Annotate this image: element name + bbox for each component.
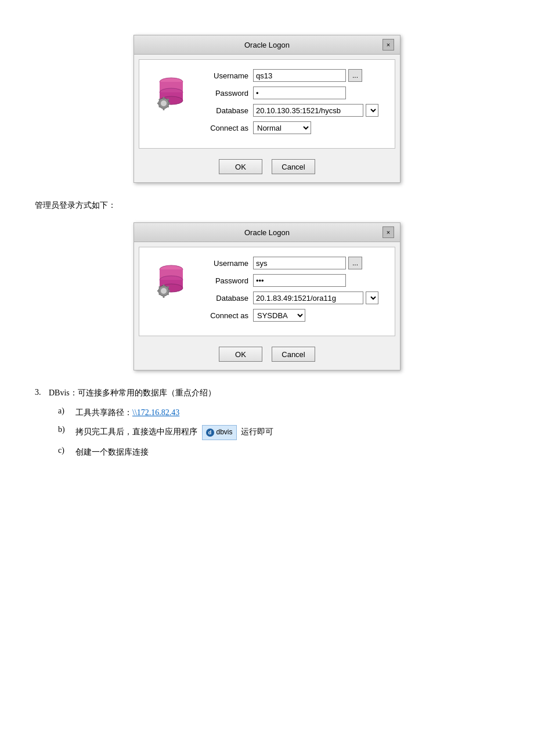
dialog1-database-dropdown[interactable]: ▼ <box>366 104 378 117</box>
dialog2-body: Username ... Password Database <box>139 247 395 336</box>
svg-rect-8 <box>163 108 165 110</box>
dialog2-form: Username ... Password Database <box>201 257 383 326</box>
dialog2-password-row: Password <box>201 274 383 287</box>
item-b-content: 拷贝完工具后，直接选中应用程序 d dbvis 运行即可 <box>75 425 499 440</box>
dialog2-database-row: Database ▼ <box>201 291 383 304</box>
dialog1-form: Username ... Password Database <box>201 69 383 139</box>
dialog2-ok-button[interactable]: OK <box>219 347 262 362</box>
item-b: b) 拷贝完工具后，直接选中应用程序 d dbvis 运行即可 <box>58 425 499 440</box>
dialog2-username-row: Username ... <box>201 257 383 269</box>
dialog2-password-label: Password <box>201 276 253 285</box>
dialog2-database-group: ▼ <box>253 291 378 304</box>
dialog1-connectas-select[interactable]: Normal <box>253 121 311 134</box>
dialog1-titlebar: Oracle Logon × <box>134 35 400 55</box>
first-dialog-wrapper: Oracle Logon × <box>35 35 499 183</box>
admin-login-section-label: 管理员登录方式如下： <box>35 200 499 211</box>
dialog1-username-input[interactable] <box>253 69 346 82</box>
svg-rect-23 <box>163 296 165 298</box>
item3-text: DBvis：可连接多种常用的数据库（重点介绍） <box>49 388 216 398</box>
dialog1-username-row: Username ... <box>201 69 383 82</box>
item-a-marker: a) <box>58 406 75 419</box>
dialog2-username-group: ... <box>253 257 362 269</box>
dbvis-label: dbvis <box>217 427 233 438</box>
svg-rect-22 <box>163 285 165 287</box>
dialog1-database-row: Database ▼ <box>201 104 383 117</box>
dialog1-username-group: ... <box>253 69 362 82</box>
dialog1-database-label: Database <box>201 106 253 115</box>
dialog1-ok-button[interactable]: OK <box>219 159 262 174</box>
dialog1-title: Oracle Logon <box>151 41 383 49</box>
dialog1-cancel-button[interactable]: Cancel <box>272 159 315 174</box>
dialog2-database-input[interactable] <box>253 291 363 304</box>
item3: 3. DBvis：可连接多种常用的数据库（重点介绍） <box>35 388 499 398</box>
item-b-text-after: 运行即可 <box>241 427 273 436</box>
svg-point-21 <box>161 288 167 294</box>
dialog2-connectas-label: Connect as <box>201 311 253 320</box>
svg-rect-10 <box>168 103 170 105</box>
dialog1-connectas-label: Connect as <box>201 124 253 132</box>
item-c-text: 创建一个数据库连接 <box>75 448 149 456</box>
dialog1-database-group: ▼ <box>253 104 378 117</box>
dialog2-connectas-row: Connect as SYSDBA <box>201 309 383 322</box>
item-a-link[interactable]: \\172.16.82.43 <box>132 408 179 417</box>
dialog2-password-input[interactable] <box>253 274 346 287</box>
svg-rect-25 <box>168 290 170 292</box>
item-c-marker: c) <box>58 446 75 459</box>
item-c-content: 创建一个数据库连接 <box>75 446 499 459</box>
dbvis-icon-badge: d dbvis <box>202 425 237 440</box>
svg-rect-9 <box>157 103 160 105</box>
dialog1-connectas-group: Normal <box>253 121 311 134</box>
dialog2: Oracle Logon × <box>134 222 400 370</box>
dialog2-username-label: Username <box>201 259 253 268</box>
svg-point-6 <box>161 100 167 106</box>
svg-rect-24 <box>157 290 160 292</box>
dialog1: Oracle Logon × <box>134 35 400 183</box>
dialog2-database-dropdown[interactable]: ▼ <box>366 291 378 304</box>
item-c: c) 创建一个数据库连接 <box>58 446 499 459</box>
dialog2-username-input[interactable] <box>253 257 346 269</box>
dialog1-connectas-row: Connect as Normal <box>201 121 383 134</box>
page-content: Oracle Logon × <box>35 35 499 459</box>
item-a-content: 工具共享路径：\\172.16.82.43 <box>75 406 499 419</box>
dialog1-close-button[interactable]: × <box>383 39 394 51</box>
db-icon-2 <box>151 259 192 300</box>
dialog2-close-button[interactable]: × <box>383 226 394 238</box>
dialog1-body: Username ... Password Database <box>139 59 395 149</box>
dialog2-password-group <box>253 274 346 287</box>
item-a-text: 工具共享路径： <box>75 408 132 417</box>
dbvis-icon-circle: d <box>206 429 214 437</box>
second-dialog-wrapper: Oracle Logon × <box>35 222 499 370</box>
dialog2-title: Oracle Logon <box>151 228 383 237</box>
item3-marker: 3. <box>35 388 49 398</box>
dialog2-ellipsis-button[interactable]: ... <box>348 257 362 269</box>
dialog1-ellipsis-button[interactable]: ... <box>348 69 362 82</box>
dialog2-database-label: Database <box>201 294 253 303</box>
dialog1-password-group <box>253 87 346 99</box>
dialog1-password-label: Password <box>201 89 253 98</box>
dialog2-footer: OK Cancel <box>134 341 400 370</box>
item-b-text-before: 拷贝完工具后，直接选中应用程序 <box>75 427 197 436</box>
dialog1-password-input[interactable] <box>253 87 346 99</box>
dialog2-cancel-button[interactable]: Cancel <box>272 347 315 362</box>
item-a: a) 工具共享路径：\\172.16.82.43 <box>58 406 499 419</box>
dialog1-database-input[interactable] <box>253 104 363 117</box>
item-b-marker: b) <box>58 425 75 440</box>
dialog2-connectas-group: SYSDBA <box>253 309 305 322</box>
dialog2-titlebar: Oracle Logon × <box>134 223 400 242</box>
dialog2-connectas-select[interactable]: SYSDBA <box>253 309 305 322</box>
svg-rect-7 <box>163 97 165 99</box>
db-icon-1 <box>151 71 192 112</box>
dialog1-footer: OK Cancel <box>134 153 400 182</box>
dialog1-username-label: Username <box>201 71 253 80</box>
dialog1-password-row: Password <box>201 87 383 99</box>
